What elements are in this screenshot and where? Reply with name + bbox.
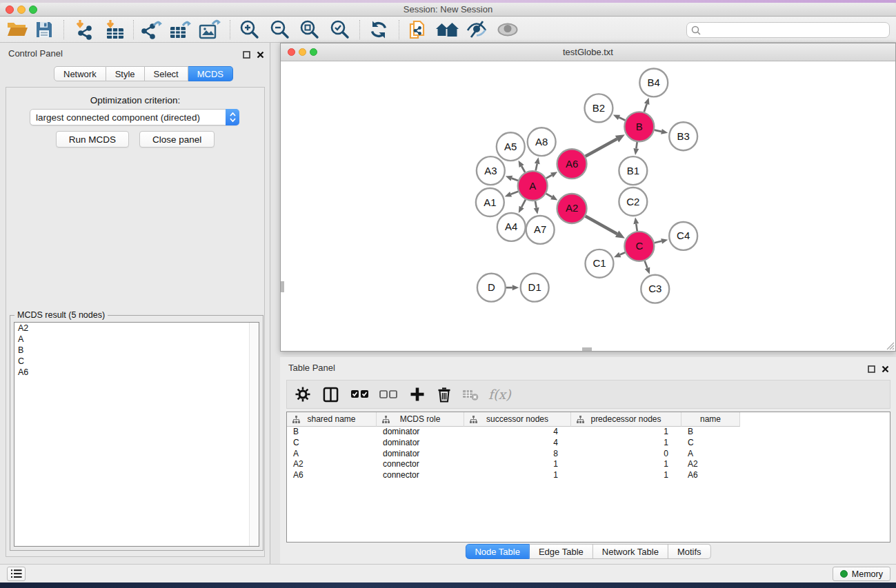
zoom-selected-icon[interactable] [327,19,352,41]
memory-button[interactable]: Memory [833,567,890,581]
zoom-fit-icon[interactable] [297,19,321,41]
graph-edge-B-B1[interactable] [636,142,637,149]
task-history-button[interactable] [7,567,26,581]
search-input[interactable] [704,25,885,35]
graph-edge-A-A6[interactable] [546,175,552,179]
export-network-icon[interactable] [139,19,163,41]
graph-edge-C-C3[interactable] [645,261,648,267]
column-header-shared-name[interactable]: shared name [287,412,377,427]
column-header-MCDS-role[interactable]: MCDS role [377,412,464,427]
edge-arrowhead [512,285,519,290]
show-view-icon[interactable] [495,19,520,41]
network-view-window: testGlobe.txt B4B2BB3A8A5A6A3B1AC2A1A2A4… [280,43,896,352]
delete-column-icon[interactable] [437,384,452,405]
network-canvas[interactable]: B4B2BB3A8A5A6A3B1AC2A1A2A4A7C4CC1DD1C3 [281,61,895,351]
tab-motifs[interactable]: Motifs [668,544,711,559]
select-all-checkboxes-icon[interactable] [351,384,369,405]
show-columns-icon[interactable] [323,384,339,405]
graph-edge-B-B2[interactable] [619,117,625,120]
graph-edge-A-A8[interactable] [536,163,537,170]
column-type-icon [382,416,390,423]
graph-node-label: C3 [648,283,661,294]
table-row[interactable]: A6connector11A6 [287,470,890,481]
memory-status-icon [840,570,848,578]
tab-edge-table[interactable]: Edge Table [530,544,593,559]
graph-edge-C-C1[interactable] [620,252,625,254]
canvas-vertical-scrollbar[interactable] [281,281,284,292]
graph-edge-A-A7[interactable] [535,201,537,208]
status-bar: Memory [0,564,896,582]
deselect-all-checkboxes-icon[interactable] [379,384,397,405]
cell-name: B [681,427,740,438]
table-header-row: shared nameMCDS rolesuccessor nodesprede… [287,412,890,427]
run-mcds-button[interactable]: Run MCDS [56,131,129,148]
float-panel-icon[interactable] [243,49,250,61]
window-resize-grip[interactable] [885,341,895,350]
column-header-name[interactable]: name [681,412,740,427]
export-image-icon[interactable] [197,19,222,41]
tab-network[interactable]: Network [54,66,106,81]
graph-edge-A-A5[interactable] [521,166,525,172]
table-panel-title: Table Panel [288,363,335,373]
tab-node-table[interactable]: Node Table [465,544,530,559]
mcds-result-list[interactable]: A2ABCA6 [14,322,259,547]
graph-edge-A-A4[interactable] [521,200,526,207]
import-network-icon[interactable] [72,19,97,41]
save-session-icon[interactable] [32,19,57,41]
edge-arrowhead [505,192,512,196]
open-session-icon[interactable] [5,19,30,41]
zoom-out-icon[interactable] [267,19,292,41]
table-row[interactable]: Bdominator41B [287,427,890,438]
cell-mcds_role: dominator [377,438,464,449]
criterion-dropdown[interactable]: largest connected component (directed) [30,109,239,125]
home-icon[interactable] [435,19,459,41]
table-tabs: Node Table Edge Table Network Table Moti… [465,544,710,559]
tab-select[interactable]: Select [145,66,188,81]
close-panel-icon[interactable] [257,49,264,61]
graph-edge-C-C2[interactable] [636,224,637,231]
tab-mcds[interactable]: MCDS [188,66,233,81]
column-header-successor-nodes[interactable]: successor nodes [464,412,571,427]
table-row[interactable]: Cdominator41C [287,438,890,449]
tab-network-table[interactable]: Network Table [593,544,668,559]
cell-mcds_role: connector [377,459,464,470]
graph-edge-A6-B[interactable] [586,139,617,156]
column-type-icon [470,416,477,423]
table-settings-icon[interactable] [295,384,311,405]
column-header-predecessor-nodes[interactable]: predecessor nodes [571,412,681,427]
mcds-result-item[interactable]: B [14,345,259,356]
mcds-result-item[interactable]: C [14,356,259,367]
close-panel-button[interactable]: Close panel [139,131,215,148]
list-scrollbar[interactable] [249,323,259,546]
table-row[interactable]: A2connector11A2 [287,459,890,470]
cell-successor_nodes: 1 [464,459,571,470]
graph-edge-B-B4[interactable] [644,104,647,112]
graph-node-label: A [529,180,536,192]
close-table-panel-icon[interactable] [882,363,889,376]
table-row[interactable]: Adominator80A [287,449,890,460]
add-column-icon[interactable] [410,384,425,405]
import-table-icon[interactable] [102,19,127,41]
graph-edge-A-A1[interactable] [511,192,519,194]
graph-node-label: C2 [626,196,639,207]
graph-edge-A-A2[interactable] [546,194,552,197]
graph-edge-A-A3[interactable] [512,179,518,181]
search-field[interactable] [686,22,890,38]
network-from-file-icon[interactable] [406,19,430,41]
graph-node-label: A1 [484,196,496,208]
mcds-result-item[interactable]: A [14,334,259,345]
hide-view-icon[interactable] [464,19,489,41]
export-table-icon[interactable] [168,19,192,41]
cell-predecessor_nodes: 1 [571,470,681,481]
tab-style[interactable]: Style [106,66,145,81]
graph-edge-B-B3[interactable] [655,130,661,132]
refresh-view-icon[interactable] [366,19,391,41]
mcds-result-item[interactable]: A2 [14,323,259,334]
canvas-horizontal-scrollbar[interactable] [582,347,592,351]
edge-arrowhead [633,217,639,224]
graph-edge-A2-C[interactable] [586,216,617,234]
float-table-panel-icon[interactable] [868,363,875,376]
mcds-result-item[interactable]: A6 [14,367,259,378]
zoom-in-icon[interactable] [237,19,261,41]
graph-edge-C-C4[interactable] [655,241,661,243]
